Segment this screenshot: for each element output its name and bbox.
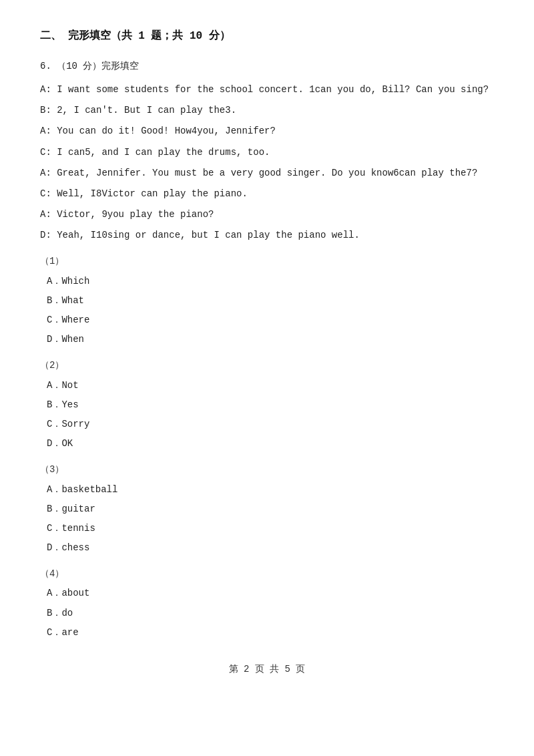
dialog-line-2: B: 2, I can't. But I can play the3.	[40, 102, 494, 119]
option-2-C: C．Sorry	[40, 416, 494, 433]
blank-label-4: （4）	[40, 566, 494, 582]
option-3-C: C．tennis	[40, 520, 494, 537]
option-1-B: B．What	[40, 293, 494, 309]
option-3-D: D．chess	[40, 540, 494, 556]
option-2-D: D．OK	[40, 435, 494, 452]
dialog-line-5: A: Great, Jennifer. You must be a very g…	[40, 165, 494, 182]
option-3-A: A．basketball	[40, 482, 494, 498]
blank-group-4: （4） A．about B．do C．are	[40, 566, 494, 641]
dialog-line-8: D: Yeah, I10sing or dance, but I can pla…	[40, 227, 494, 244]
blank-group-3: （3） A．basketball B．guitar C．tennis D．che…	[40, 461, 494, 556]
question-header: 6. （10 分）完形填空	[40, 58, 494, 75]
blank-label-2: （2）	[40, 357, 494, 374]
blanks-container: （1） A．Which B．What C．Where D．When （2） A．…	[40, 253, 494, 641]
blank-label-1: （1）	[40, 253, 494, 270]
dialog-line-6: C: Well, I8Victor can play the piano.	[40, 186, 494, 202]
option-2-A: A．Not	[40, 377, 494, 394]
option-1-A: A．Which	[40, 273, 494, 290]
blank-group-1: （1） A．Which B．What C．Where D．When	[40, 253, 494, 348]
option-4-B: B．do	[40, 605, 494, 622]
page-footer: 第 2 页 共 5 页	[40, 661, 494, 678]
dialog-line-1: A: I want some students for the school c…	[40, 81, 494, 98]
dialog-container: A: I want some students for the school c…	[40, 81, 494, 244]
dialog-line-3: A: You can do it! Good! How4you, Jennife…	[40, 123, 494, 140]
option-1-D: D．When	[40, 331, 494, 348]
dialog-line-7: A: Victor, 9you play the piano?	[40, 206, 494, 223]
option-4-A: A．about	[40, 585, 494, 602]
section-title: 二、 完形填空（共 1 题；共 10 分）	[40, 27, 494, 46]
blank-label-3: （3）	[40, 461, 494, 478]
option-2-B: B．Yes	[40, 397, 494, 413]
dialog-line-4: C: I can5, and I can play the drums, too…	[40, 144, 494, 161]
blank-group-2: （2） A．Not B．Yes C．Sorry D．OK	[40, 357, 494, 452]
option-3-B: B．guitar	[40, 501, 494, 518]
option-4-C: C．are	[40, 624, 494, 641]
option-1-C: C．Where	[40, 312, 494, 329]
